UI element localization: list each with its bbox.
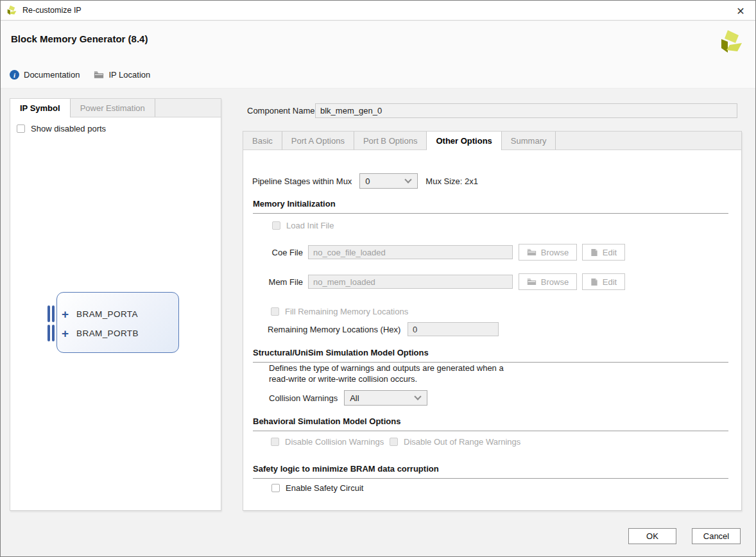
fill-remaining-row: Fill Remaining Memory Locations — [271, 307, 408, 316]
remaining-locations-label: Remaining Memory Locations (Hex) — [268, 322, 400, 336]
mem-file-field: no_mem_loaded — [308, 275, 513, 289]
header-links: i Documentation IP Location — [10, 70, 164, 80]
edit-file-icon — [590, 248, 598, 257]
disable-collision-row: Disable Collision Warnings — [271, 437, 384, 447]
collision-description-line1: Defines the type of warnings and outputs… — [269, 363, 504, 373]
load-init-file-checkbox — [272, 221, 280, 230]
other-options-pane: Pipeline Stages within Mux 0 Mux Size: 2… — [243, 150, 741, 510]
disable-out-of-range-row: Disable Out of Range Warnings — [390, 437, 520, 447]
xilinx-logo-icon — [6, 5, 17, 16]
pipeline-stages-label: Pipeline Stages within Mux — [252, 176, 352, 186]
pipeline-stages-dropdown[interactable]: 0 — [359, 173, 418, 189]
collision-warnings-label: Collision Warnings — [269, 393, 338, 403]
disable-out-of-range-checkbox — [390, 438, 398, 446]
xilinx-logo — [719, 30, 744, 55]
window-title: Re-customize IP — [22, 6, 82, 15]
enable-safety-checkbox[interactable] — [271, 484, 280, 492]
memory-initialization-header: Memory Initialization — [253, 199, 728, 214]
folder-icon — [94, 71, 104, 79]
options-tab-container: Basic Port A Options Port B Options Othe… — [243, 131, 742, 511]
portb-label: BRAM_PORTB — [76, 329, 139, 338]
dialog-header: Block Memory Generator (8.4) i Documenta… — [1, 21, 755, 89]
ip-location-link[interactable]: IP Location — [94, 70, 150, 80]
edit-file-icon — [590, 278, 598, 286]
porta-label: BRAM_PORTA — [76, 309, 138, 319]
tab-power-estimation[interactable]: Power Estimation — [71, 99, 155, 117]
bus-port-icon — [47, 305, 55, 322]
show-disabled-ports-row: Show disabled ports — [17, 124, 106, 133]
mux-size-text: Mux Size: 2x1 — [425, 176, 478, 186]
behavioral-header: Behavioral Simulation Model Options — [253, 416, 728, 431]
expand-portb-icon[interactable]: + — [62, 327, 69, 339]
bus-port-icon — [47, 325, 55, 341]
tab-other-options[interactable]: Other Options — [427, 132, 501, 150]
component-name-row: Component Name — [247, 103, 736, 118]
ok-button[interactable]: OK — [628, 528, 676, 544]
coe-file-field: no_coe_file_loaded — [308, 245, 513, 259]
bram-ip-symbol — [56, 292, 179, 353]
tab-basic[interactable]: Basic — [243, 132, 282, 150]
pipeline-stages-row: Pipeline Stages within Mux 0 Mux Size: 2… — [252, 173, 478, 189]
config-tab-strip: Basic Port A Options Port B Options Othe… — [243, 132, 741, 150]
chevron-down-icon — [405, 176, 412, 183]
collision-warnings-dropdown[interactable]: All — [344, 390, 427, 406]
tab-ip-symbol[interactable]: IP Symbol — [10, 99, 71, 117]
title-bar: Re-customize IP ✕ — [1, 1, 755, 21]
remaining-locations-field: 0 — [408, 322, 499, 336]
coe-edit-button: Edit — [582, 244, 625, 261]
load-init-file-row: Load Init File — [272, 221, 334, 230]
fill-remaining-checkbox — [271, 307, 279, 316]
show-disabled-ports-checkbox[interactable] — [17, 124, 25, 133]
folder-icon — [527, 248, 537, 256]
cancel-button[interactable]: Cancel — [692, 528, 741, 544]
left-tab-strip: IP Symbol Power Estimation — [10, 99, 221, 117]
component-name-input[interactable] — [315, 103, 737, 118]
tab-port-a-options[interactable]: Port A Options — [282, 132, 354, 150]
recustomize-ip-dialog: Re-customize IP ✕ Block Memory Generator… — [0, 0, 756, 557]
mem-file-label: Mem File — [243, 273, 303, 290]
bram-porta-row: + BRAM_PORTA — [47, 305, 138, 322]
safety-header: Safety logic to minimize BRAM data corru… — [253, 464, 728, 479]
disable-collision-checkbox — [271, 438, 279, 446]
info-icon: i — [10, 70, 19, 80]
coe-file-label: Coe File — [243, 244, 303, 261]
structural-unisim-header: Structural/UniSim Simulation Model Optio… — [253, 348, 728, 363]
collision-description-line2: read-write or write-write collision occu… — [269, 374, 417, 384]
page-title: Block Memory Generator (8.4) — [11, 33, 148, 44]
coe-browse-button: Browse — [519, 244, 577, 261]
bram-portb-row: + BRAM_PORTB — [47, 325, 139, 341]
component-name-label: Component Name — [247, 106, 315, 116]
ip-symbol-panel: IP Symbol Power Estimation Show disabled… — [10, 98, 221, 511]
tab-summary[interactable]: Summary — [502, 132, 556, 150]
mem-edit-button: Edit — [582, 273, 625, 290]
documentation-link[interactable]: i Documentation — [10, 70, 80, 80]
tab-port-b-options[interactable]: Port B Options — [354, 132, 427, 150]
expand-porta-icon[interactable]: + — [62, 308, 69, 320]
chevron-down-icon — [415, 393, 422, 400]
close-icon[interactable]: ✕ — [732, 3, 749, 19]
enable-safety-row: Enable Safety Circuit — [271, 483, 363, 493]
collision-warnings-row: Collision Warnings All — [269, 390, 427, 406]
folder-icon — [527, 278, 537, 286]
mem-browse-button: Browse — [519, 273, 577, 290]
